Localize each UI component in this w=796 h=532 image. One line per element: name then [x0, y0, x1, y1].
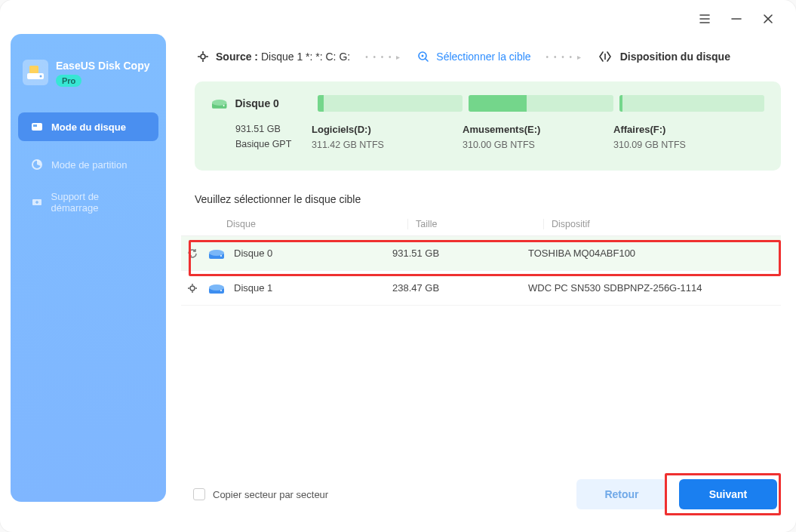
partition-info: Amusements(E:) 310.00 GB NTFS [463, 124, 613, 154]
refresh-icon[interactable] [181, 248, 204, 260]
svg-point-12 [223, 105, 225, 106]
partition-size: 310.00 GB NTFS [463, 140, 613, 150]
search-target-icon [416, 50, 430, 63]
col-size: Taille [407, 219, 543, 229]
svg-point-11 [212, 100, 227, 106]
boot-media-icon [30, 195, 44, 209]
checkbox-label: Copier secteur par secteur [213, 489, 328, 500]
target-table: Disque Taille Dispositif Disque 0 931.51… [181, 213, 781, 306]
brand: EaseUS Disk Copy Pro [11, 60, 166, 87]
svg-point-2 [40, 75, 42, 78]
partition-bar [619, 95, 764, 112]
menu-icon[interactable] [698, 12, 711, 26]
footer: Copier secteur par secteur Retour Suivan… [193, 479, 777, 509]
table-row[interactable]: Disque 1 238.47 GB WDC PC SN530 SDBPNPZ-… [181, 271, 781, 306]
nav-label: Mode du disque [51, 121, 126, 133]
crumb-separator: • • • • ▸ [365, 53, 401, 61]
disk-meta: 931.51 GB Basique GPT [211, 124, 312, 154]
nav-label: Support de démarrage [51, 191, 147, 214]
sector-copy-checkbox[interactable]: Copier secteur par secteur [193, 488, 328, 500]
row-size: 931.51 GB [385, 248, 521, 259]
source-marker-icon [181, 282, 204, 294]
layout-icon [598, 51, 613, 63]
select-target-label: Sélectionner la cible [436, 51, 530, 63]
partition-name: Amusements(E:) [463, 124, 613, 135]
app-title: EaseUS Disk Copy [56, 60, 150, 72]
svg-point-9 [422, 55, 424, 57]
nav-partition-mode[interactable]: Mode de partition [18, 150, 158, 179]
crumb-select-target[interactable]: Sélectionner la cible [416, 50, 530, 63]
app-window: EaseUS Disk Copy Pro Mode du disque Mode… [0, 0, 796, 532]
nav-disk-mode[interactable]: Mode du disque [18, 112, 158, 141]
col-device: Dispositif [543, 219, 781, 229]
disk-icon [207, 248, 226, 260]
partition-bars [318, 95, 764, 112]
disk-type: Basique GPT [235, 139, 312, 149]
partition-name: Affaires(F:) [613, 124, 764, 135]
partition-bar [318, 95, 463, 112]
crumb-separator: • • • • ▸ [546, 53, 582, 61]
close-icon[interactable] [761, 12, 775, 26]
crumb-source: Source : Disque 1 *: *: C: G: [196, 50, 350, 63]
disk-icon [211, 97, 228, 109]
row-size: 238.47 GB [385, 282, 521, 294]
disk-icon [207, 282, 226, 294]
row-device: WDC PC SN530 SDBPNPZ-256G-1114 [521, 282, 781, 294]
partition-bar [469, 95, 613, 112]
breadcrumb: Source : Disque 1 *: *: C: G: • • • • ▸ … [181, 41, 781, 72]
partition-size: 310.09 GB NTFS [613, 140, 764, 150]
svg-point-7 [201, 54, 205, 59]
svg-point-16 [190, 286, 195, 291]
crumb-layout[interactable]: Disposition du disque [598, 51, 730, 63]
titlebar [698, 0, 796, 38]
source-label: Source : Disque 1 *: *: C: G: [216, 51, 350, 63]
row-disk-name: Disque 0 [234, 248, 272, 259]
partition-mode-icon [30, 158, 44, 171]
layout-label: Disposition du disque [620, 51, 730, 63]
nav-label: Mode de partition [51, 159, 127, 171]
back-button[interactable]: Retour [576, 479, 667, 509]
nav-boot-media[interactable]: Support de démarrage [18, 188, 158, 217]
table-header: Disque Taille Dispositif [181, 213, 781, 236]
target-point-icon [196, 50, 210, 63]
disk-mode-icon [30, 120, 44, 134]
partition-info: Logiciels(D:) 311.42 GB NTFS [312, 124, 463, 154]
partition-name: Logiciels(D:) [312, 124, 463, 135]
partition-size: 311.42 GB NTFS [312, 140, 463, 150]
pro-badge: Pro [56, 75, 81, 87]
next-button[interactable]: Suivant [679, 479, 777, 509]
main-content: Source : Disque 1 *: *: C: G: • • • • ▸ … [181, 41, 781, 517]
svg-point-18 [209, 284, 224, 291]
disk-size: 931.51 GB [235, 124, 312, 134]
source-disk-name: Disque 0 [235, 97, 318, 109]
table-row[interactable]: Disque 0 931.51 GB TOSHIBA MQ04ABF100 [181, 236, 781, 271]
app-logo-icon [23, 60, 48, 85]
minimize-icon[interactable] [730, 12, 743, 26]
partition-info: Affaires(F:) 310.09 GB NTFS [613, 124, 764, 154]
svg-rect-1 [29, 66, 38, 73]
row-disk-name: Disque 1 [234, 282, 272, 294]
select-target-title: Veuillez sélectionner le disque cible [195, 193, 781, 205]
svg-point-14 [209, 250, 224, 256]
col-disk: Disque [226, 219, 407, 229]
row-device: TOSHIBA MQ04ABF100 [521, 248, 781, 259]
svg-rect-4 [33, 125, 37, 127]
checkbox-box [193, 488, 205, 500]
sidebar: EaseUS Disk Copy Pro Mode du disque Mode… [11, 34, 166, 502]
svg-point-15 [220, 255, 222, 257]
source-disk-card: Disque 0 931.51 GB Basique GPT Logiciels… [195, 81, 781, 171]
svg-point-19 [220, 290, 222, 291]
